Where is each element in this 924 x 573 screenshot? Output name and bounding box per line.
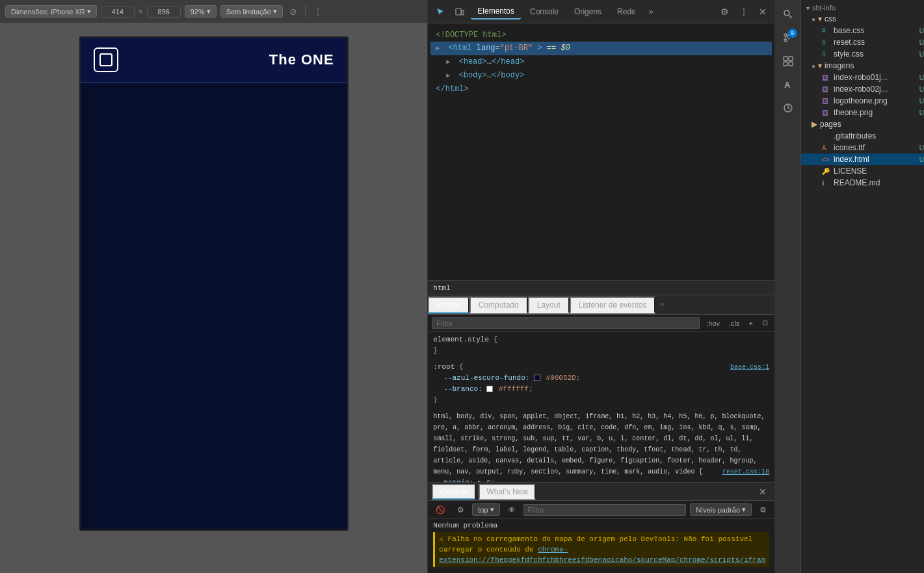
styles-tab-listener[interactable]: Listener de eventos (570, 297, 656, 313)
tab-console-main[interactable]: Console (432, 484, 476, 500)
console-settings-btn[interactable]: ⚙ (453, 504, 468, 516)
console-warning-msg: ⚠ Falha no carregamento do mapa de orige… (433, 532, 769, 567)
file-badge-theone-png: U (919, 109, 924, 116)
fp-changes-btn[interactable] (778, 98, 799, 118)
file-badge-robo01: U (919, 74, 924, 81)
ft-item-index-html[interactable]: <> index.html U (801, 153, 924, 165)
console-filter-input[interactable] (523, 504, 687, 516)
ft-item-robo01[interactable]: 🖼 index-robo01j... U (801, 72, 924, 83)
device-toggle-btn[interactable] (451, 5, 468, 19)
more-options-btn[interactable]: ⋮ (735, 4, 752, 20)
styles-filter-input[interactable] (432, 317, 700, 329)
fp-git-btn[interactable]: 9 (778, 27, 799, 48)
top-dropdown-icon: ▾ (490, 505, 494, 514)
zoom-selector[interactable]: 92% ▾ (185, 5, 217, 18)
file-name-icones-ttf: icones.ttf (834, 143, 914, 152)
rule3-source[interactable]: reset.css:18 (722, 466, 769, 477)
folder-icon-pages: ▶ (812, 120, 817, 129)
ft-item-icones-ttf[interactable]: A icones.ttf U (801, 142, 924, 153)
ft-item-readme[interactable]: ℹ README.md (801, 177, 924, 189)
svg-point-5 (784, 39, 787, 42)
device-selector[interactable]: Dimensões: iPhone XR ▾ (5, 5, 97, 18)
limit-selector[interactable]: Sem limitação ▾ (220, 5, 283, 18)
toggle-style-btn[interactable]: ⊡ (759, 317, 771, 328)
tab-elementos[interactable]: Elementos (471, 4, 521, 20)
ft-folder-imagens[interactable]: ● ▾ imagens (801, 60, 924, 72)
fp-search-btn[interactable] (778, 4, 799, 25)
ft-item-style-css[interactable]: # style.css U (801, 48, 924, 60)
dom-close-html-line: </html> (430, 83, 772, 96)
toolbar-separator (305, 5, 306, 18)
add-style-btn[interactable]: + (746, 318, 756, 328)
width-input[interactable] (101, 6, 135, 18)
ft-folder-css[interactable]: ● ▾ css (801, 13, 924, 25)
rule2-source[interactable]: base.css:1 (730, 362, 769, 373)
hov-btn[interactable]: :hov (704, 318, 722, 328)
styles-tab-layout[interactable]: Layout (528, 297, 570, 313)
dom-head-line[interactable]: ▶ <head>…</head> (430, 55, 772, 69)
svg-line-3 (789, 16, 792, 19)
inspect-element-btn[interactable] (432, 5, 449, 19)
fp-extensions-btn[interactable] (778, 51, 799, 72)
ft-item-license[interactable]: 🔑 LICENSE (801, 165, 924, 177)
warning-link[interactable]: chrome-extension://fheogekfdfchfchbhreei… (439, 546, 765, 564)
ft-folder-pages[interactable]: ▶ pages (801, 118, 924, 130)
ft-section-sht-info[interactable]: ▾ sht-info (801, 3, 924, 13)
levels-label: Níveis padrão (696, 506, 740, 514)
no-throttle-icon[interactable]: ⊘ (287, 5, 300, 18)
section-label: sht-info (812, 4, 836, 12)
styles-rule-element: element.style { } (433, 334, 769, 356)
rule2-selector: :root (433, 363, 459, 371)
file-tree[interactable]: ▾ sht-info ● ▾ css # base.css U # reset.… (801, 0, 924, 573)
ft-item-reset-css[interactable]: # reset.css U (801, 36, 924, 48)
folder-name-css: css (825, 14, 924, 23)
phone-logo-inner (99, 53, 112, 66)
console-clear-btn[interactable]: 🚫 (432, 504, 449, 516)
cls-btn[interactable]: .cls (726, 318, 743, 328)
file-name-style-css: style.css (834, 49, 914, 59)
color-swatch-2[interactable] (486, 386, 493, 392)
more-icon[interactable]: ⋮ (311, 5, 325, 18)
console-gear-btn[interactable]: ⚙ (756, 504, 771, 516)
close-devtools-btn[interactable]: ✕ (755, 4, 771, 20)
device-dropdown-icon: ▾ (87, 7, 91, 16)
color-swatch-1[interactable] (534, 375, 540, 381)
tab-rede[interactable]: Rede (611, 5, 642, 19)
ft-item-theone-png[interactable]: 🖼 theone.png U (801, 107, 924, 118)
top-label: top (478, 506, 488, 514)
devtools-topbar: Elementos Console Origens Rede » ⚙ ⋮ ✕ (428, 0, 774, 23)
console-close-btn[interactable]: ✕ (755, 485, 771, 498)
styles-tabs-more[interactable]: » (655, 298, 668, 312)
file-name-theone-png: theone.png (834, 108, 914, 117)
dimension-separator: × (139, 7, 143, 16)
device-label: Dimensões: iPhone XR (11, 8, 85, 16)
console-levels-dropdown[interactable]: Níveis padrão ▾ (690, 503, 752, 516)
fp-fonts-btn[interactable]: A (778, 74, 799, 95)
browser-toolbar: Dimensões: iPhone XR ▾ × 92% ▾ Sem limit… (0, 0, 427, 23)
ft-item-robo02[interactable]: 🖼 index-robo02j... U (801, 83, 924, 95)
file-icon-css1: # (822, 27, 831, 34)
dom-tree[interactable]: <!DOCTYPE html> ▶ <html lang="pt-BR" > =… (428, 23, 774, 280)
styles-tab-estilos[interactable]: Estilos (428, 297, 469, 313)
phone-frame: The ONE (79, 36, 349, 531)
dom-body-line[interactable]: ▶ <body>…</body> (430, 69, 772, 83)
console-top-dropdown[interactable]: top ▾ (472, 503, 499, 516)
styles-content[interactable]: element.style { } :root { base.css:1 --a… (428, 332, 774, 482)
console-eye-btn[interactable]: 👁 (504, 504, 520, 516)
ft-item-logotheone[interactable]: 🖼 logotheone.png U (801, 95, 924, 107)
ft-item-base-css[interactable]: # base.css U (801, 25, 924, 36)
tabs-more[interactable]: » (645, 5, 657, 19)
tab-whats-new[interactable]: What's New (479, 484, 536, 500)
devtools-area: Elementos Console Origens Rede » ⚙ ⋮ ✕ <… (427, 0, 924, 573)
console-toolbar: 🚫 ⚙ top ▾ 👁 Níveis padrão ▾ ⚙ (428, 501, 774, 519)
tab-origens[interactable]: Origens (568, 5, 608, 19)
svg-text:A: A (784, 80, 791, 90)
tab-console[interactable]: Console (523, 5, 565, 19)
dom-html-line[interactable]: ▶ <html lang="pt-BR" > == $0 (430, 42, 772, 55)
settings-btn[interactable]: ⚙ (717, 4, 733, 20)
styles-panel: html Estilos Computado Layout Listener d… (428, 280, 774, 482)
height-input[interactable] (147, 6, 181, 18)
styles-tab-computado[interactable]: Computado (469, 297, 528, 313)
ft-item-gitattributes[interactable]: · .gitattributes (801, 130, 924, 142)
file-icon-html: <> (822, 156, 831, 163)
